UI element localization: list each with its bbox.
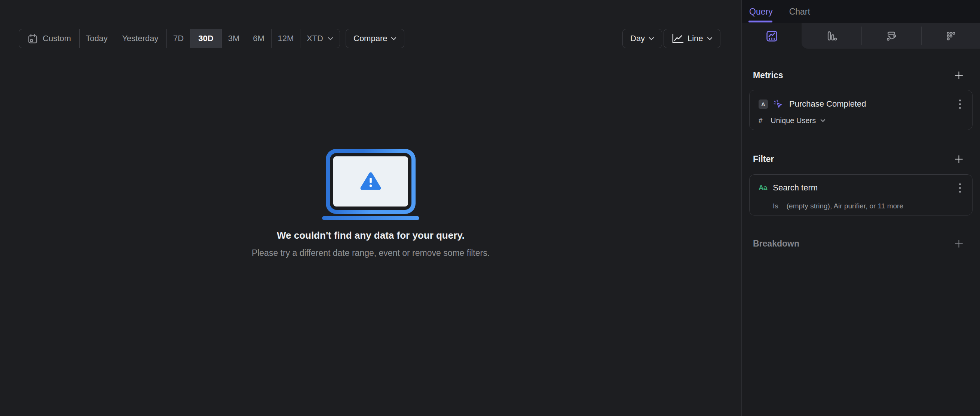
metrics-heading: Metrics <box>753 70 783 80</box>
funnel-bars-icon <box>826 30 837 42</box>
filter-heading: Filter <box>753 154 774 164</box>
date-range-6m[interactable]: 6M <box>246 29 272 48</box>
laptop-illustration <box>326 149 415 214</box>
chevron-down-icon <box>707 37 713 40</box>
empty-state-subtitle: Please try a different date range, event… <box>252 248 490 258</box>
line-chart-icon <box>671 33 684 44</box>
chevron-down-icon <box>391 37 396 40</box>
empty-state: We couldn't find any data for your query… <box>0 149 741 258</box>
aggregation-label: Unique Users <box>770 116 816 125</box>
filter-values: (empty string), Air purifier, or 11 more <box>787 202 903 210</box>
add-filter-button[interactable] <box>954 155 964 164</box>
date-range-yesterday[interactable]: Yesterday <box>114 29 167 48</box>
tab-retention[interactable] <box>921 23 980 49</box>
date-range-today[interactable]: Today <box>80 29 114 48</box>
tab-chart[interactable]: Chart <box>789 7 810 17</box>
sidebar-header: Query Chart <box>742 0 980 23</box>
laptop-base <box>322 216 419 220</box>
metric-event-name[interactable]: Purchase Completed <box>789 99 866 109</box>
flows-icon <box>885 30 897 42</box>
date-range-selector: Custom Today Yesterday 7D 30D 3M 6M 12M … <box>19 29 340 48</box>
date-range-custom[interactable]: Custom <box>19 29 80 48</box>
date-range-12m[interactable]: 12M <box>272 29 301 48</box>
metric-series-badge: A <box>759 99 768 109</box>
query-panel: Metrics A Purchase Completed # Unique Us… <box>742 49 980 249</box>
chart-type-button[interactable]: Line <box>663 29 721 48</box>
retention-dots-icon <box>945 30 957 42</box>
metric-options-menu[interactable] <box>958 98 963 110</box>
plus-icon <box>954 155 964 164</box>
active-tab-underline <box>748 21 772 22</box>
filter-property-name[interactable]: Search term <box>773 183 818 193</box>
compare-button[interactable]: Compare <box>345 29 404 48</box>
plus-icon <box>954 239 964 249</box>
main-chart-area: Custom Today Yesterday 7D 30D 3M 6M 12M … <box>0 0 741 416</box>
date-range-30d[interactable]: 30D <box>190 29 222 48</box>
filter-card[interactable]: Aa Search term Is (empty string), Air pu… <box>749 174 972 215</box>
chevron-down-icon <box>649 37 654 40</box>
warning-triangle-icon <box>360 171 382 191</box>
metric-aggregation-selector[interactable]: # Unique Users <box>759 116 963 125</box>
filter-operator: Is <box>773 202 778 210</box>
date-range-7d[interactable]: 7D <box>167 29 190 48</box>
event-click-icon <box>773 99 783 109</box>
metric-card[interactable]: A Purchase Completed # Unique Users <box>749 90 972 130</box>
tab-query[interactable]: Query <box>749 7 773 17</box>
chevron-down-icon <box>820 119 826 122</box>
breakdown-section-header: Breakdown <box>749 238 972 249</box>
breakdown-heading: Breakdown <box>753 239 799 249</box>
calendar-icon <box>27 33 38 44</box>
metrics-section-header: Metrics <box>749 70 972 81</box>
query-builder-sidebar: Query Chart <box>741 0 980 416</box>
chevron-down-icon <box>328 37 333 40</box>
filter-section-header: Filter <box>749 153 972 164</box>
empty-state-title: We couldn't find any data for your query… <box>277 230 465 241</box>
tab-funnels[interactable] <box>802 23 861 49</box>
insights-icon <box>766 30 778 42</box>
tab-flows[interactable] <box>861 23 921 49</box>
filter-condition[interactable]: Is (empty string), Air purifier, or 11 m… <box>759 202 963 210</box>
filter-options-menu[interactable] <box>958 182 963 194</box>
tab-insights[interactable] <box>742 23 802 49</box>
date-range-xtd[interactable]: XTD <box>301 29 340 48</box>
string-property-icon: Aa <box>759 184 767 192</box>
add-breakdown-button[interactable] <box>954 239 964 249</box>
date-range-3m[interactable]: 3M <box>222 29 246 48</box>
date-range-label: Custom <box>43 33 71 43</box>
add-metric-button[interactable] <box>954 71 964 80</box>
report-type-tabs <box>742 23 980 49</box>
plus-icon <box>954 71 964 80</box>
granularity-button[interactable]: Day <box>622 29 662 48</box>
aggregation-prefix: # <box>759 116 770 124</box>
